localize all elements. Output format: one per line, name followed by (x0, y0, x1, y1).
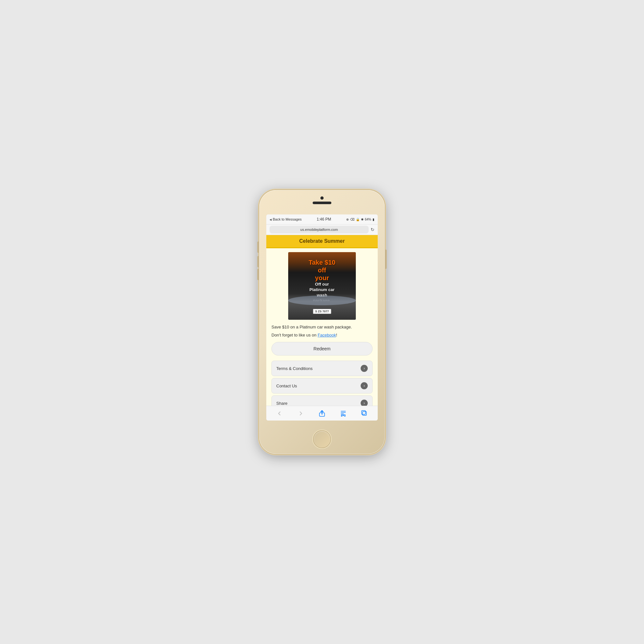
phone-screen: ◂ Back to Messages 1:46 PM ⊕ ⌫ 🔒 ✱ 64% ▮… (266, 214, 378, 421)
svg-rect-2 (362, 411, 365, 414)
header-banner: Celebrate Summer (266, 235, 378, 248)
url-field[interactable]: us.emobileplatform.com (270, 226, 369, 233)
wash-foam (288, 296, 356, 305)
url-bar[interactable]: us.emobileplatform.com ↻ (266, 224, 378, 235)
terms-chevron-icon: › (361, 365, 368, 372)
image-background: Take $10 off your Off our Platinum car w… (288, 252, 356, 320)
wifi-icon: ⌫ (350, 218, 355, 221)
status-bar: ◂ Back to Messages 1:46 PM ⊕ ⌫ 🔒 ✱ 64% ▮ (266, 214, 378, 224)
home-button[interactable] (313, 430, 331, 448)
content-area: Take $10 off your Off our Platinum car w… (266, 248, 378, 406)
back-arrow-icon: ◂ (270, 217, 272, 222)
bluetooth-icon: ✱ (361, 218, 364, 221)
facebook-prefix: Don't forget to like us on (271, 333, 317, 337)
facebook-line: Don't forget to like us on Facebook! (271, 333, 373, 337)
action-list: Terms & Conditions › Contact Us › Share … (271, 361, 373, 406)
facebook-suffix: ! (336, 333, 337, 337)
lock-icon: 🔒 (356, 218, 360, 221)
share-toolbar-button[interactable] (316, 408, 328, 419)
battery-icon: ▮ (373, 218, 374, 221)
license-plate: S ZS 7077 (313, 309, 331, 314)
contact-chevron-icon: › (361, 382, 368, 389)
back-to-messages-label[interactable]: Back to Messages (273, 217, 302, 221)
contact-us-label: Contact Us (276, 384, 297, 388)
share-item[interactable]: Share › (271, 395, 373, 406)
forward-button[interactable] (295, 408, 307, 419)
facebook-link[interactable]: Facebook (317, 333, 336, 337)
page-title: Celebrate Summer (271, 238, 373, 244)
redeem-button[interactable]: Redeem (271, 342, 373, 355)
tabs-button[interactable] (359, 408, 370, 419)
share-label: Share (276, 401, 288, 406)
status-bar-left[interactable]: ◂ Back to Messages (270, 217, 302, 222)
front-camera (320, 196, 324, 200)
earpiece-speaker (313, 202, 331, 204)
refresh-icon[interactable]: ↻ (371, 227, 374, 232)
description-text: Save $10 on a Platinum car wash package. (271, 324, 373, 330)
promo-image: Take $10 off your Off our Platinum car w… (288, 252, 356, 320)
terms-conditions-label: Terms & Conditions (276, 366, 313, 371)
location-icon: ⊕ (346, 218, 349, 221)
main-content: Celebrate Summer Take $10 off your (266, 235, 378, 406)
status-time: 1:46 PM (317, 217, 331, 222)
bookmarks-button[interactable] (337, 408, 349, 419)
phone-top-notch (313, 196, 331, 204)
contact-us-item[interactable]: Contact Us › (271, 378, 373, 393)
battery-percentage: 64% (365, 218, 371, 221)
svg-rect-1 (363, 412, 366, 415)
status-bar-right: ⊕ ⌫ 🔒 ✱ 64% ▮ (346, 218, 374, 221)
terms-conditions-item[interactable]: Terms & Conditions › (271, 361, 373, 376)
safari-toolbar (266, 406, 378, 421)
phone-wrapper: ◂ Back to Messages 1:46 PM ⊕ ⌫ 🔒 ✱ 64% ▮… (254, 184, 390, 460)
url-text: us.emobileplatform.com (300, 228, 338, 232)
share-chevron-icon: › (361, 400, 368, 406)
phone-body: ◂ Back to Messages 1:46 PM ⊕ ⌫ 🔒 ✱ 64% ▮… (259, 190, 385, 454)
take-off-text: Take $10 off your (308, 259, 336, 282)
back-button[interactable] (274, 408, 285, 419)
